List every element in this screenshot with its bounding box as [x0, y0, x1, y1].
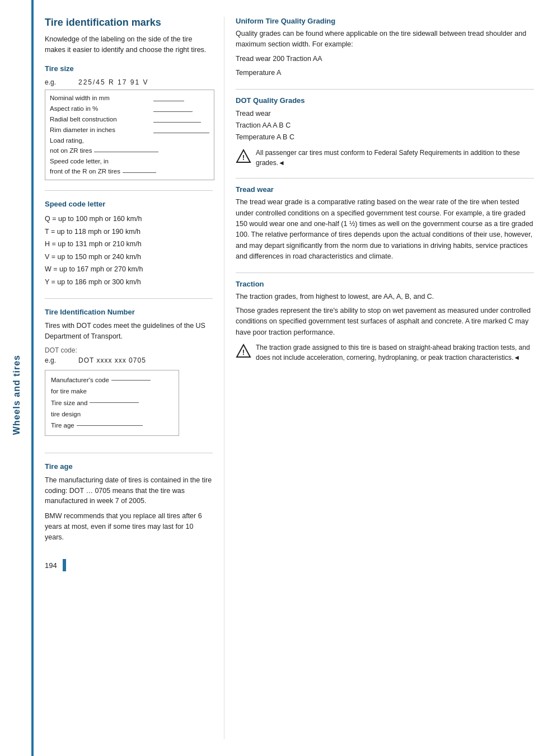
uniform-quality-example-2: Temperature A [236, 68, 534, 78]
main-content: Tire identification marks Knowledge of t… [34, 0, 534, 756]
tire-row-label-2: Aspect ratio in % [50, 104, 153, 114]
tread-wear-para: The tread wear grade is a comparative ra… [236, 197, 534, 262]
tire-row-label-3: Radial belt construction [50, 115, 153, 125]
dot-quality-title: DOT Quality Grades [236, 96, 534, 105]
tire-age-para2: BMW recommends that you replace all tire… [45, 511, 213, 542]
traction-para1: The traction grades, from highest to low… [236, 292, 534, 302]
tire-age-para1: The manufacturing date of tires is conta… [45, 475, 213, 506]
tire-size-title: Tire size [45, 64, 213, 73]
uniform-quality-title: Uniform Tire Quality Grading [236, 17, 534, 25]
dot-row-3: Tire size and [51, 398, 173, 408]
traction-para2: Those grades represent the tire's abilit… [236, 306, 534, 338]
warning-icon-2: ! [236, 343, 251, 359]
divider-right-1 [236, 89, 534, 90]
traction-warning-text: The traction grade assigned to this tire… [256, 342, 534, 363]
intro-text: Knowledge of the labeling on the side of… [45, 34, 213, 55]
divider-2 [45, 298, 213, 299]
tire-row-3: Radial belt construction [50, 115, 209, 125]
sidebar-label: Wheels and tires [12, 355, 22, 435]
dot-quality-section: DOT Quality Grades Tread wear Traction A… [236, 96, 534, 168]
dot-quality-list: Tread wear Traction AA A B C Temperature… [236, 108, 534, 144]
dot-quality-warning-text: All passenger car tires must conform to … [256, 148, 534, 168]
svg-text:!: ! [242, 153, 245, 162]
page-number: 194 [45, 561, 57, 570]
sidebar-bar [31, 0, 34, 756]
speed-code-item-6: Y = up to 186 mph or 300 km/h [45, 276, 213, 289]
dot-quality-item-1: Tread wear [236, 108, 534, 120]
page-number-row: 194 [45, 559, 213, 571]
tread-wear-title: Tread wear [236, 185, 534, 194]
dot-row-2: for tire make [51, 386, 173, 396]
divider-3 [45, 453, 213, 453]
divider-right-3 [236, 273, 534, 273]
tread-wear-section: Tread wear The tread wear grade is a com… [236, 185, 534, 262]
traction-warning: ! The traction grade assigned to this ti… [236, 342, 534, 363]
speed-code-title: Speed code letter [45, 200, 213, 208]
tire-row-label-1: Nominal width in mm [50, 93, 153, 104]
eg-value-size: 225/45 R 17 91 V [78, 77, 148, 88]
dot-quality-item-2: Traction AA A B C [236, 120, 534, 132]
tire-size-diagram: e.g. 225/45 R 17 91 V Nominal width in m… [45, 77, 213, 181]
tire-age-title: Tire age [45, 462, 213, 471]
speed-code-item-2: T = up to 118 mph or 190 km/h [45, 226, 213, 238]
warning-icon-1: ! [236, 148, 251, 164]
uniform-quality-para: Quality grades can be found where applic… [236, 29, 534, 50]
page-bar [63, 559, 66, 571]
page-wrapper: Wheels and tires Tire identification mar… [0, 0, 534, 756]
traction-title: Traction [236, 280, 534, 288]
speed-code-item-3: H = up to 131 mph or 210 km/h [45, 238, 213, 251]
right-column: Uniform Tire Quality Grading Quality gra… [224, 17, 534, 739]
traction-section: Traction The traction grades, from highe… [236, 280, 534, 363]
dot-row-1: Manufacturer's code [51, 375, 173, 385]
dot-code-label: DOT code: [45, 346, 213, 354]
sidebar: Wheels and tires [0, 0, 34, 756]
tire-row-label-4: Rim diameter in inches [50, 125, 153, 135]
speed-code-item-1: Q = up to 100 mph or 160 km/h [45, 213, 213, 226]
tire-row-5: Load rating, not on ZR tires [50, 136, 209, 156]
dot-quality-item-3: Temperature A B C [236, 132, 534, 143]
dot-eg-label: e.g. [45, 356, 73, 364]
tire-row-4: Rim diameter in inches [50, 125, 209, 135]
dot-diagram-box: Manufacturer's code for tire make Tire s… [45, 370, 179, 436]
uniform-quality-example-1: Tread wear 200 Traction AA [236, 54, 534, 64]
dot-eg-value: DOT xxxx xxx 0705 [78, 356, 146, 364]
dot-diagram: e.g. DOT xxxx xxx 0705 Manufacturer's co… [45, 356, 213, 443]
speed-code-list: Q = up to 100 mph or 160 km/h T = up to … [45, 213, 213, 288]
tire-row-2: Aspect ratio in % [50, 104, 209, 114]
eg-label-size: e.g. [45, 77, 73, 88]
svg-text:!: ! [242, 348, 245, 356]
dot-row-5: Tire age [51, 420, 173, 430]
divider-1 [45, 190, 213, 191]
speed-code-item-4: V = up to 150 mph or 240 km/h [45, 251, 213, 264]
uniform-quality-section: Uniform Tire Quality Grading Quality gra… [236, 17, 534, 79]
tire-row-1: Nominal width in mm [50, 93, 209, 104]
dot-quality-warning: ! All passenger car tires must conform t… [236, 148, 534, 168]
dot-row-4: tire design [51, 409, 173, 419]
tin-para: Tires with DOT codes meet the guidelines… [45, 321, 213, 342]
divider-right-2 [236, 178, 534, 179]
left-column: Tire identification marks Knowledge of t… [45, 17, 224, 739]
speed-code-item-5: W = up to 167 mph or 270 km/h [45, 263, 213, 276]
page-title: Tire identification marks [45, 17, 213, 29]
tire-row-6: Speed code letter, in front of the R on … [50, 157, 209, 177]
tin-title: Tire Identification Number [45, 308, 213, 316]
